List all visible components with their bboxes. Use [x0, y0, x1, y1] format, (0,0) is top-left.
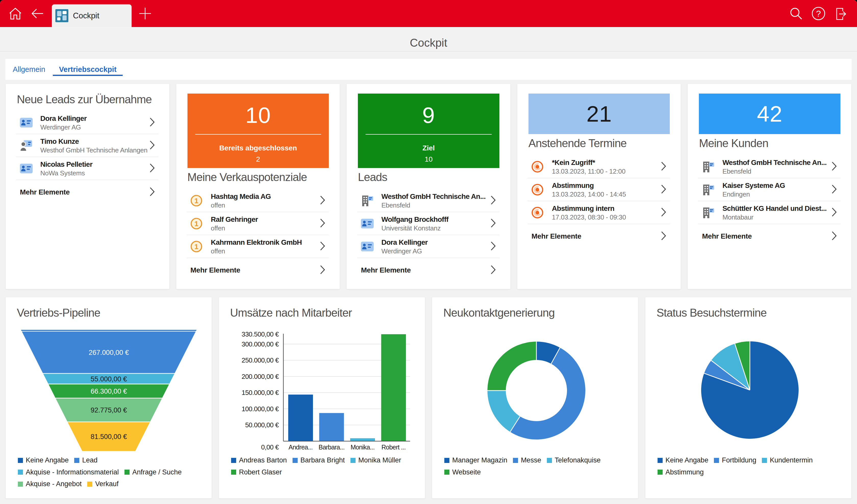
svg-text:81.500,00 €: 81.500,00 € — [90, 433, 127, 440]
list-item[interactable]: 1 Hashtag Media AGoffen — [187, 189, 329, 212]
legend-item: Andreas Barton — [231, 454, 287, 466]
item-sub: NoWa Systems — [40, 169, 150, 177]
list-item[interactable]: 1 Kahrmann Elektronik GmbHoffen — [187, 235, 329, 258]
list-item[interactable]: Nicolas PelletierNoWa Systems — [16, 157, 158, 180]
legend-item: Abstimmung — [658, 467, 704, 478]
chevron-right-icon — [832, 185, 837, 195]
legend-swatch — [87, 482, 93, 487]
item-sub: Universität Konstanz — [381, 224, 491, 232]
pie-chart — [645, 330, 852, 451]
chevron-right-icon — [832, 208, 837, 218]
svg-text:Monika...: Monika... — [350, 444, 374, 451]
svg-text:250.000,00 €: 250.000,00 € — [241, 357, 279, 364]
item-text: Dora KellingerWerdinger AG — [40, 114, 150, 131]
home-button[interactable] — [8, 0, 22, 27]
svg-text:Andrea...: Andrea... — [288, 444, 313, 451]
kpi-value: 42 — [699, 93, 840, 134]
legend-swatch — [444, 470, 450, 475]
help-button[interactable]: ? — [811, 0, 826, 27]
item-sub: Endingen — [722, 190, 832, 198]
top-bar: Cockpit ? — [0, 0, 857, 27]
item-text: Abstimmung intern17.03.2023, 08:30 - 09:… — [552, 204, 661, 221]
list-item[interactable]: Schüttler KG Handel und Diest...Montabau… — [698, 201, 840, 224]
more-elements-button[interactable]: Mehr Elemente — [357, 258, 499, 282]
item-sub: offen — [211, 202, 320, 209]
legend-item: Anfrage / Suche — [124, 467, 182, 478]
tab-vertriebscockpit[interactable]: Vertriebscockpit — [53, 63, 123, 76]
cockpit-tab-icon — [55, 9, 68, 22]
list-item[interactable]: Westhof GmbH Technische An...Ebensfeld — [357, 189, 499, 212]
chevron-right-icon — [661, 162, 666, 172]
item-name: Timo Kunze — [40, 137, 150, 146]
dashboard-content: Neue Leads zur Übernahme Dora KellingerW… — [5, 84, 852, 498]
company-icon — [702, 207, 715, 218]
item-text: Abstimmung13.03.2023, 14:00 - 14:45 — [552, 181, 661, 198]
legend-row: Akquise - InformationsmaterialAnfrage / … — [18, 467, 204, 479]
kpi-tile-leads[interactable]: 9 Ziel 10 — [358, 93, 499, 168]
new-tab-button[interactable] — [138, 0, 152, 27]
legend-row: Abstimmung — [658, 467, 844, 479]
svg-text:150.000,00 €: 150.000,00 € — [241, 389, 279, 396]
item-name: Wolfgang Brockhofff — [381, 215, 491, 224]
logout-icon — [834, 6, 848, 21]
cards-row-bottom: Vertriebs-Pipeline 267.000,00 €55.000,00… — [5, 297, 852, 498]
item-name: Dora Kellinger — [40, 114, 150, 123]
item-sub: offen — [211, 224, 320, 232]
more-elements-button[interactable]: Mehr Elemente — [698, 224, 840, 248]
card-title: Meine Verkauspotenziale — [187, 171, 329, 184]
svg-text:?: ? — [816, 9, 821, 18]
legend-row: Keine AngabeLead — [18, 454, 204, 467]
chevron-right-icon — [150, 118, 155, 128]
item-name: Abstimmung — [552, 181, 661, 190]
chart-title: Neukontaktgenerierung — [443, 307, 627, 319]
chevron-right-icon — [320, 195, 325, 206]
bar-chart: Andrea...Barbara...Monika...Robert ...33… — [219, 330, 425, 451]
list-item[interactable]: Westhof GmbH Technische An...Ebensfeld — [698, 155, 840, 178]
legend-item: Monika Müller — [350, 454, 401, 466]
kpi-sub-value: 10 — [425, 154, 433, 165]
item-sub: Westhof GmbH Technische Anlangen — [40, 146, 150, 154]
chevron-right-icon — [150, 163, 155, 174]
card-status-besuchstermine: Status Besuchstermine Keine AngabeFortbi… — [645, 297, 852, 498]
list-item[interactable]: Wolfgang BrockhofffUniversität Konstanz — [357, 212, 499, 235]
more-elements-button[interactable]: Mehr Elemente — [528, 224, 670, 248]
back-button[interactable] — [30, 0, 45, 27]
legend-swatch — [658, 458, 662, 463]
item-text: Dora KellingerWerdinger AG — [381, 238, 491, 255]
svg-text:300.000,00 €: 300.000,00 € — [241, 340, 279, 348]
svg-text:Barbara...: Barbara... — [319, 444, 345, 451]
list-item[interactable]: 1 Ralf Gehringeroffen — [187, 212, 329, 235]
lead-icon — [20, 140, 33, 151]
list-item[interactable]: Abstimmung intern17.03.2023, 08:30 - 09:… — [528, 201, 670, 224]
list-item[interactable]: Timo KunzeWesthof GmbH Technische Anlang… — [16, 134, 158, 157]
potential-icon: 1 — [190, 218, 203, 229]
more-elements-button[interactable]: Mehr Elemente — [187, 258, 329, 282]
chart-title: Status Besuchstermine — [656, 307, 840, 319]
list-item[interactable]: Dora KellingerWerdinger AG — [357, 235, 499, 258]
item-name: Ralf Gehringer — [211, 215, 320, 224]
more-elements-button[interactable]: Mehr Elemente — [16, 180, 158, 204]
contact-card-icon — [20, 117, 33, 128]
list-item[interactable]: Kaiser Systeme AGEndingen — [698, 178, 840, 201]
item-name: Kahrmann Elektronik GmbH — [211, 238, 320, 247]
tab-allgemein[interactable]: Allgemein — [7, 63, 51, 76]
legend-swatch — [292, 458, 298, 463]
open-tab-cockpit[interactable]: Cockpit — [52, 4, 132, 27]
list-item[interactable]: Abstimmung13.03.2023, 14:00 - 14:45 — [528, 178, 670, 201]
list-item[interactable]: *Kein Zugriff*13.03.2023, 11:00 - 12:00 — [528, 155, 670, 178]
legend-swatch — [74, 458, 79, 463]
search-button[interactable] — [789, 0, 803, 27]
legend-row: Webseite — [444, 467, 631, 479]
svg-text:Robert ...: Robert ... — [382, 444, 406, 451]
chart-title: Umsätze nach Mitarbeiter — [230, 307, 414, 319]
legend-swatch — [444, 458, 450, 463]
kpi-tile-termine[interactable]: 21 — [528, 93, 670, 134]
kpi-tile-verkaufspotenziale[interactable]: 10 Bereits abgeschlossen 2 — [187, 93, 329, 168]
list-item[interactable]: Dora KellingerWerdinger AG — [16, 111, 158, 134]
chevron-right-icon — [320, 265, 325, 275]
item-text: Nicolas PelletierNoWa Systems — [40, 160, 150, 177]
chevron-right-icon — [491, 195, 496, 206]
logout-button[interactable] — [834, 0, 848, 27]
kpi-tile-kunden[interactable]: 42 — [699, 93, 840, 134]
tabs-bar: Allgemein Vertriebscockpit — [5, 59, 852, 80]
